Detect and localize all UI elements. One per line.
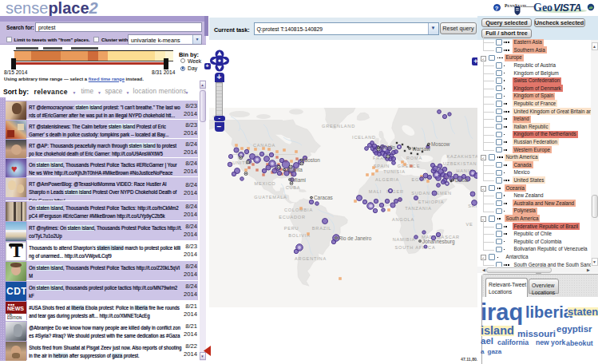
svg-text:KAZAKHSTAN: KAZAKHSTAN (447, 154, 477, 159)
svg-text:MEXICO: MEXICO (255, 181, 276, 186)
svg-text:47.11,80.19: 47.11,80.19 (461, 357, 477, 362)
svg-text:Dubai: Dubai (455, 177, 469, 183)
svg-text:ARGENTINA: ARGENTINA (295, 256, 327, 261)
svg-text:NAMIBIA: NAMIBIA (393, 237, 416, 242)
svg-text:ECUADOR: ECUADOR (279, 215, 306, 220)
svg-text:UZBEKISTAN: UZBEKISTAN (443, 161, 477, 166)
svg-text:CUBA: CUBA (286, 185, 301, 190)
svg-text:ICELAND: ICELAND (352, 135, 376, 140)
svg-text:ROMA: ROMA (406, 156, 422, 160)
svg-text:SOUTH AFRICA: SOUTH AFRICA (395, 245, 436, 250)
svg-text:Rio de Janeiro: Rio de Janeiro (339, 235, 372, 241)
svg-text:ALGERIA: ALGERIA (375, 177, 399, 182)
svg-text:Caracas: Caracas (314, 195, 333, 200)
svg-text:GREENLAND: GREENLAND (322, 124, 355, 129)
svg-text:GREECE: GREECE (398, 164, 420, 168)
svg-text:TANZANIA: TANZANIA (405, 206, 432, 211)
svg-text:Atlanta: Atlanta (287, 167, 303, 172)
svg-text:MALI: MALI (369, 189, 382, 194)
svg-text:Warsaw: Warsaw (412, 146, 430, 152)
svg-text:VE: VE (465, 222, 473, 227)
svg-text:Johannesburg: Johannesburg (422, 239, 455, 245)
svg-text:Boston: Boston (304, 157, 320, 163)
svg-text:Miami: Miami (292, 177, 306, 183)
svg-text:Geo: Geo (533, 2, 552, 14)
svg-text:PERU: PERU (284, 226, 299, 231)
svg-text:GUATEMALA: GUATEMALA (254, 195, 287, 200)
svg-text:ETHIOPIA: ETHIOPIA (418, 200, 445, 204)
svg-text:Moscow: Moscow (431, 141, 450, 147)
svg-text:BRAZIL: BRAZIL (312, 226, 331, 231)
svg-text:SPAIN: SPAIN (374, 164, 390, 168)
svg-text:CANADA: CANADA (253, 143, 275, 148)
svg-text:TUNISIA: TUNISIA (383, 169, 406, 174)
svg-text:ANGOLA: ANGOLA (392, 217, 414, 222)
svg-text:Dublin: Dublin (381, 144, 396, 150)
svg-text:VISTA: VISTA (553, 2, 581, 14)
svg-text:SUDAN: SUDAN (411, 191, 430, 196)
svg-text:COLOMBIA: COLOMBIA (284, 208, 313, 212)
